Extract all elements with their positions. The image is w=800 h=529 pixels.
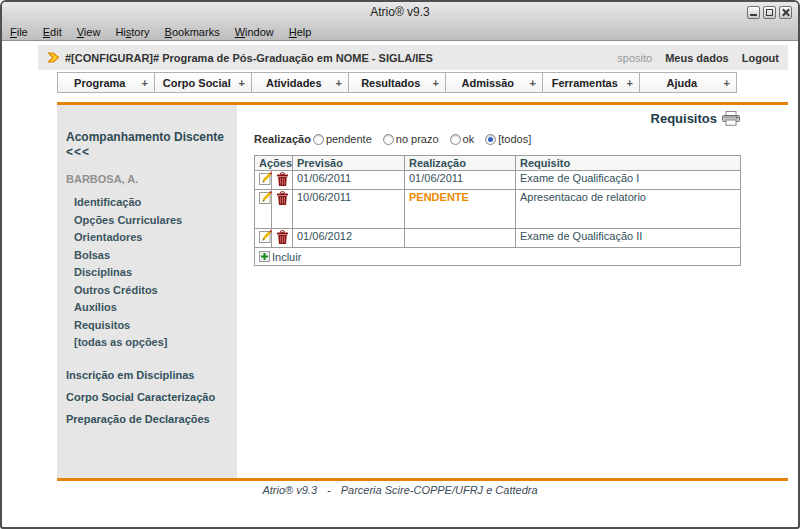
maximize-button[interactable] xyxy=(763,6,776,19)
plus-icon: + xyxy=(724,77,736,89)
radio-pendente[interactable]: pendente xyxy=(313,133,372,145)
col-requisito: Requisito xyxy=(516,156,741,171)
radio-no-prazo[interactable]: no prazo xyxy=(383,133,439,145)
col-previsao: Previsão xyxy=(293,156,405,171)
page-title: Requisitos xyxy=(651,111,717,126)
plus-icon: + xyxy=(530,77,542,89)
delete-icon[interactable] xyxy=(276,230,289,244)
menu-bookmarks[interactable]: Bookmarks xyxy=(165,26,220,38)
print-icon[interactable] xyxy=(722,111,740,126)
incluir-button[interactable]: Incluir xyxy=(255,248,741,266)
edit-icon[interactable] xyxy=(259,191,272,204)
table-row: 01/06/2011 01/06/2011 Exame de Qualifica… xyxy=(255,171,741,190)
maximize-icon xyxy=(766,9,773,16)
plus-icon: + xyxy=(433,77,445,89)
menu-file[interactable]: File xyxy=(10,26,28,38)
radio-ok[interactable]: ok xyxy=(450,133,475,145)
minimize-icon xyxy=(750,14,757,16)
menubar: File Edit View History Bookmarks Window … xyxy=(10,26,311,38)
logout-link[interactable]: Logout xyxy=(742,52,779,64)
edit-icon[interactable] xyxy=(259,172,272,185)
col-realizacao: Realização xyxy=(405,156,516,171)
tab-admissao[interactable]: Admissão+ xyxy=(445,72,543,93)
tab-resultados[interactable]: Resultados+ xyxy=(348,72,446,93)
realizacao-cell: 01/06/2011 xyxy=(405,171,516,190)
menu-history[interactable]: History xyxy=(115,26,149,38)
radio-checked-icon xyxy=(485,134,496,145)
sidebar-menu: Identificação Opções Curriculares Orient… xyxy=(66,194,227,352)
add-row: Incluir xyxy=(255,248,741,266)
tab-ajuda[interactable]: Ajuda+ xyxy=(639,72,737,93)
logged-user: sposito xyxy=(617,52,652,64)
realizacao-cell xyxy=(405,229,516,248)
sidebar-item-inscricao-disciplinas[interactable]: Inscrição em Disciplinas xyxy=(66,368,227,382)
window-controls xyxy=(747,6,792,19)
sidebar-item-bolsas[interactable]: Bolsas xyxy=(66,247,227,265)
plus-icon: + xyxy=(336,77,348,89)
window-title: Atrio® v9.3 xyxy=(370,5,430,19)
sidebar-item-identificacao[interactable]: Identificação xyxy=(66,194,227,212)
window-chrome: Atrio® v9.3 File Edit View History Bookm… xyxy=(2,2,798,41)
footer-partnership: Parceria Scire-COPPE/UFRJ e Cattedra xyxy=(341,484,538,496)
menu-window[interactable]: Window xyxy=(235,26,274,38)
plus-icon: + xyxy=(239,77,251,89)
sidebar-heading: Acompanhamento Discente xyxy=(66,130,227,145)
tab-programa[interactable]: Programa+ xyxy=(57,72,155,93)
add-icon xyxy=(259,251,270,262)
close-icon xyxy=(781,8,790,17)
realizacao-pendente-cell: PENDENTE xyxy=(405,190,516,229)
tab-ferramentas[interactable]: Ferramentas+ xyxy=(542,72,640,93)
close-button[interactable] xyxy=(779,6,792,19)
accent-rule-bottom xyxy=(57,478,788,481)
plus-icon: + xyxy=(142,77,154,89)
meus-dados-link[interactable]: Meus dados xyxy=(665,52,729,64)
menu-edit[interactable]: Edit xyxy=(43,26,62,38)
edit-icon[interactable] xyxy=(259,230,272,243)
titlebar: Atrio® v9.3 xyxy=(2,2,798,23)
student-name: BARBOSA, A. xyxy=(66,173,227,185)
footer-separator: - xyxy=(327,484,331,496)
delete-icon[interactable] xyxy=(276,172,289,186)
requisito-cell: Apresentacao de relatorio xyxy=(516,190,741,229)
sidebar-item-todas-opcoes[interactable]: [todas as opções] xyxy=(66,334,227,352)
sidebar-collapse-control[interactable]: <<< xyxy=(66,145,227,160)
requisito-cell: Exame de Qualificação II xyxy=(516,229,741,248)
previsao-cell: 01/06/2011 xyxy=(293,171,405,190)
requisito-cell: Exame de Qualificação I xyxy=(516,171,741,190)
page-footer: Atrio® v9.3 - Parceria Scire-COPPE/UFRJ … xyxy=(2,484,798,496)
sidebar-item-preparacao-declaracoes[interactable]: Preparação de Declarações xyxy=(66,412,227,426)
tab-corpo-social[interactable]: Corpo Social+ xyxy=(154,72,252,93)
tab-atividades[interactable]: Atividades+ xyxy=(251,72,349,93)
sidebar-extra-menu: Inscrição em Disciplinas Corpo Social Ca… xyxy=(66,368,227,426)
delete-icon[interactable] xyxy=(276,191,289,205)
menu-view[interactable]: View xyxy=(77,26,101,38)
col-acoes: Ações xyxy=(255,156,293,171)
footer-version: Atrio® v9.3 xyxy=(262,484,317,496)
plus-icon: + xyxy=(627,77,639,89)
requisitos-table: Ações Previsão Realização Requisito 01/0… xyxy=(254,155,741,266)
menu-help[interactable]: Help xyxy=(289,26,312,38)
radio-todos[interactable]: [todos] xyxy=(485,133,531,145)
table-row: 01/06/2012 Exame de Qualificação II xyxy=(255,229,741,248)
sidebar-item-disciplinas[interactable]: Disciplinas xyxy=(66,264,227,282)
sidebar-item-auxilios[interactable]: Auxílios xyxy=(66,299,227,317)
sidebar-item-requisitos[interactable]: Requisitos xyxy=(66,317,227,335)
sidebar-item-orientadores[interactable]: Orientadores xyxy=(66,229,227,247)
sidebar-item-outros-creditos[interactable]: Outros Créditos xyxy=(66,282,227,300)
radio-icon xyxy=(313,134,324,145)
browser-window: Atrio® v9.3 File Edit View History Bookm… xyxy=(0,0,800,529)
program-title: #[CONFIGURAR]# Programa de Pós-Graduação… xyxy=(65,52,433,64)
nav-tabs: Programa+ Corpo Social+ Atividades+ Resu… xyxy=(57,72,737,93)
realizacao-filter: Realização pendente no prazo ok [todos] xyxy=(254,133,542,145)
minimize-button[interactable] xyxy=(747,6,760,19)
config-arrow-icon xyxy=(47,51,60,64)
table-header-row: Ações Previsão Realização Requisito xyxy=(255,156,741,171)
sidebar-item-corpo-social-caracterizacao[interactable]: Corpo Social Caracterização xyxy=(66,390,227,404)
radio-icon xyxy=(450,134,461,145)
previsao-cell: 10/06/2011 xyxy=(293,190,405,229)
table-row: 10/06/2011 PENDENTE Apresentacao de rela… xyxy=(255,190,741,229)
radio-icon xyxy=(383,134,394,145)
sidebar-item-opcoes-curriculares[interactable]: Opções Curriculares xyxy=(66,212,227,230)
config-bar: #[CONFIGURAR]# Programa de Pós-Graduação… xyxy=(38,45,788,70)
filter-label: Realização xyxy=(254,133,311,145)
